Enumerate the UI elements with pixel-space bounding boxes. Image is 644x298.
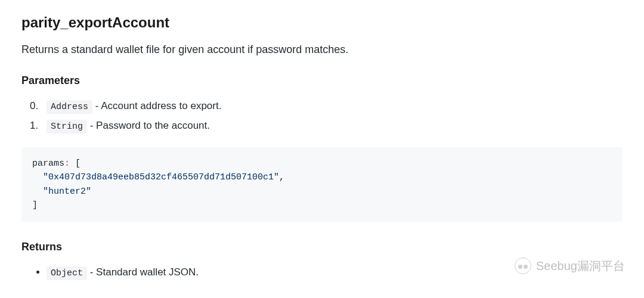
list-item: String - Password to the account. (47, 116, 623, 136)
watermark-text: Seebug漏洞平台 (536, 258, 625, 274)
list-item: Address - Account address to export. (47, 97, 623, 116)
api-method-title: parity_exportAccount (21, 14, 623, 31)
code-bracket: [ (70, 159, 80, 169)
code-bracket: ] (32, 200, 38, 210)
param-desc: - Password to the account. (87, 120, 210, 131)
wechat-icon (515, 257, 531, 274)
return-type-code: Object (47, 266, 87, 280)
parameters-heading: Parameters (21, 74, 623, 87)
code-colon: : (64, 159, 70, 169)
return-desc: - Standard wallet JSON. (87, 266, 199, 278)
returns-heading: Returns (21, 241, 623, 253)
api-description: Returns a standard wallet file for given… (21, 42, 623, 58)
code-example-block: params: [ "0x407d73d8a49eeb85d32cf465507… (21, 147, 623, 222)
param-type-code: Address (47, 100, 92, 114)
code-string: "0x407d73d8a49eeb85d32cf465507dd71d50710… (32, 172, 279, 182)
param-type-code: String (47, 120, 87, 134)
param-desc: - Account address to export. (92, 100, 221, 111)
watermark: Seebug漏洞平台 (515, 257, 625, 274)
code-string: "hunter2" (32, 187, 91, 197)
code-comma: , (279, 172, 284, 182)
parameters-list: Address - Account address to export. Str… (21, 97, 623, 135)
code-key: params (32, 159, 64, 169)
